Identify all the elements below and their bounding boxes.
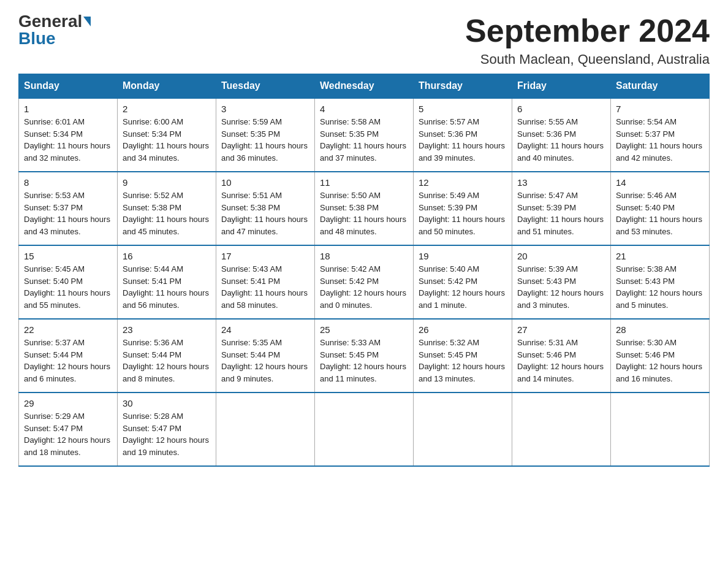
- day-info: Sunrise: 6:01 AMSunset: 5:34 PMDaylight:…: [24, 116, 112, 164]
- day-number: 28: [616, 324, 704, 335]
- day-info: Sunrise: 5:58 AMSunset: 5:35 PMDaylight:…: [320, 116, 408, 164]
- day-number: 7: [616, 104, 704, 114]
- page-header: General Blue September 2024 South Maclea…: [18, 12, 710, 67]
- calendar-cell: 12 Sunrise: 5:49 AMSunset: 5:39 PMDaylig…: [414, 172, 512, 245]
- day-info: Sunrise: 5:32 AMSunset: 5:45 PMDaylight:…: [419, 337, 507, 385]
- header-tuesday: Tuesday: [216, 74, 315, 99]
- day-number: 26: [419, 324, 507, 335]
- day-info: Sunrise: 5:39 AMSunset: 5:43 PMDaylight:…: [517, 263, 605, 311]
- day-info: Sunrise: 5:55 AMSunset: 5:36 PMDaylight:…: [517, 116, 605, 164]
- calendar-title: September 2024: [465, 12, 710, 49]
- day-number: 3: [221, 104, 309, 114]
- day-number: 5: [419, 104, 507, 114]
- day-number: 18: [320, 251, 408, 261]
- calendar-cell: 10 Sunrise: 5:51 AMSunset: 5:38 PMDaylig…: [216, 172, 315, 245]
- day-info: Sunrise: 5:44 AMSunset: 5:41 PMDaylight:…: [123, 263, 211, 311]
- day-number: 1: [24, 104, 112, 114]
- day-number: 27: [517, 324, 605, 335]
- day-info: Sunrise: 5:52 AMSunset: 5:38 PMDaylight:…: [123, 190, 211, 237]
- day-info: Sunrise: 5:36 AMSunset: 5:44 PMDaylight:…: [123, 337, 211, 385]
- calendar-subtitle: South Maclean, Queensland, Australia: [465, 52, 710, 67]
- calendar-cell: 26 Sunrise: 5:32 AMSunset: 5:45 PMDaylig…: [414, 319, 512, 393]
- calendar-cell: 21 Sunrise: 5:38 AMSunset: 5:43 PMDaylig…: [611, 245, 710, 319]
- day-number: 29: [24, 398, 112, 408]
- calendar-cell: 19 Sunrise: 5:40 AMSunset: 5:42 PMDaylig…: [414, 245, 512, 319]
- header-saturday: Saturday: [611, 74, 710, 99]
- day-info: Sunrise: 5:40 AMSunset: 5:42 PMDaylight:…: [419, 263, 507, 311]
- day-number: 25: [320, 324, 408, 335]
- calendar-cell: 1 Sunrise: 6:01 AMSunset: 5:34 PMDayligh…: [19, 98, 118, 172]
- week-row-5: 29 Sunrise: 5:29 AMSunset: 5:47 PMDaylig…: [19, 393, 710, 466]
- logo-text-blue: Blue: [18, 29, 56, 48]
- calendar-cell: 8 Sunrise: 5:53 AMSunset: 5:37 PMDayligh…: [19, 172, 118, 245]
- calendar-cell: 17 Sunrise: 5:43 AMSunset: 5:41 PMDaylig…: [216, 245, 315, 319]
- calendar-cell: [216, 393, 315, 466]
- day-number: 20: [517, 251, 605, 261]
- day-info: Sunrise: 5:31 AMSunset: 5:46 PMDaylight:…: [517, 337, 605, 385]
- header-thursday: Thursday: [414, 74, 512, 99]
- calendar-cell: 20 Sunrise: 5:39 AMSunset: 5:43 PMDaylig…: [512, 245, 611, 319]
- calendar-cell: 4 Sunrise: 5:58 AMSunset: 5:35 PMDayligh…: [315, 98, 414, 172]
- day-number: 8: [24, 177, 112, 188]
- week-row-4: 22 Sunrise: 5:37 AMSunset: 5:44 PMDaylig…: [19, 319, 710, 393]
- calendar-cell: 5 Sunrise: 5:57 AMSunset: 5:36 PMDayligh…: [414, 98, 512, 172]
- calendar-cell: 14 Sunrise: 5:46 AMSunset: 5:40 PMDaylig…: [611, 172, 710, 245]
- calendar-cell: 28 Sunrise: 5:30 AMSunset: 5:46 PMDaylig…: [611, 319, 710, 393]
- calendar-cell: [512, 393, 611, 466]
- header-wednesday: Wednesday: [315, 74, 414, 99]
- calendar-cell: 11 Sunrise: 5:50 AMSunset: 5:38 PMDaylig…: [315, 172, 414, 245]
- day-info: Sunrise: 5:42 AMSunset: 5:42 PMDaylight:…: [320, 263, 408, 311]
- calendar-cell: 25 Sunrise: 5:33 AMSunset: 5:45 PMDaylig…: [315, 319, 414, 393]
- day-number: 21: [616, 251, 704, 261]
- day-number: 15: [24, 251, 112, 261]
- day-info: Sunrise: 5:35 AMSunset: 5:44 PMDaylight:…: [221, 337, 309, 385]
- days-header-row: Sunday Monday Tuesday Wednesday Thursday…: [19, 74, 710, 99]
- header-sunday: Sunday: [19, 74, 118, 99]
- day-info: Sunrise: 5:59 AMSunset: 5:35 PMDaylight:…: [221, 116, 309, 164]
- day-info: Sunrise: 5:28 AMSunset: 5:47 PMDaylight:…: [123, 410, 211, 458]
- calendar-cell: 27 Sunrise: 5:31 AMSunset: 5:46 PMDaylig…: [512, 319, 611, 393]
- calendar-cell: 6 Sunrise: 5:55 AMSunset: 5:36 PMDayligh…: [512, 98, 611, 172]
- day-number: 2: [123, 104, 211, 114]
- day-number: 17: [221, 251, 309, 261]
- day-number: 30: [123, 398, 211, 408]
- calendar-cell: 16 Sunrise: 5:44 AMSunset: 5:41 PMDaylig…: [118, 245, 216, 319]
- calendar-cell: 3 Sunrise: 5:59 AMSunset: 5:35 PMDayligh…: [216, 98, 315, 172]
- calendar-cell: 22 Sunrise: 5:37 AMSunset: 5:44 PMDaylig…: [19, 319, 118, 393]
- calendar-cell: 18 Sunrise: 5:42 AMSunset: 5:42 PMDaylig…: [315, 245, 414, 319]
- day-info: Sunrise: 6:00 AMSunset: 5:34 PMDaylight:…: [123, 116, 211, 164]
- calendar-cell: [414, 393, 512, 466]
- day-number: 9: [123, 177, 211, 188]
- week-row-3: 15 Sunrise: 5:45 AMSunset: 5:40 PMDaylig…: [19, 245, 710, 319]
- calendar-cell: 30 Sunrise: 5:28 AMSunset: 5:47 PMDaylig…: [118, 393, 216, 466]
- calendar-cell: 29 Sunrise: 5:29 AMSunset: 5:47 PMDaylig…: [19, 393, 118, 466]
- week-row-2: 8 Sunrise: 5:53 AMSunset: 5:37 PMDayligh…: [19, 172, 710, 245]
- calendar-cell: [611, 393, 710, 466]
- calendar-cell: 2 Sunrise: 6:00 AMSunset: 5:34 PMDayligh…: [118, 98, 216, 172]
- day-number: 19: [419, 251, 507, 261]
- day-info: Sunrise: 5:37 AMSunset: 5:44 PMDaylight:…: [24, 337, 112, 385]
- calendar-cell: 23 Sunrise: 5:36 AMSunset: 5:44 PMDaylig…: [118, 319, 216, 393]
- calendar-table: Sunday Monday Tuesday Wednesday Thursday…: [18, 74, 710, 467]
- day-info: Sunrise: 5:53 AMSunset: 5:37 PMDaylight:…: [24, 190, 112, 237]
- header-monday: Monday: [118, 74, 216, 99]
- day-info: Sunrise: 5:50 AMSunset: 5:38 PMDaylight:…: [320, 190, 408, 237]
- calendar-cell: 13 Sunrise: 5:47 AMSunset: 5:39 PMDaylig…: [512, 172, 611, 245]
- day-info: Sunrise: 5:43 AMSunset: 5:41 PMDaylight:…: [221, 263, 309, 311]
- day-number: 12: [419, 177, 507, 188]
- logo-arrow-icon: [83, 17, 91, 26]
- calendar-cell: [315, 393, 414, 466]
- day-info: Sunrise: 5:51 AMSunset: 5:38 PMDaylight:…: [221, 190, 309, 237]
- calendar-cell: 24 Sunrise: 5:35 AMSunset: 5:44 PMDaylig…: [216, 319, 315, 393]
- calendar-cell: 9 Sunrise: 5:52 AMSunset: 5:38 PMDayligh…: [118, 172, 216, 245]
- calendar-cell: 15 Sunrise: 5:45 AMSunset: 5:40 PMDaylig…: [19, 245, 118, 319]
- day-number: 4: [320, 104, 408, 114]
- day-info: Sunrise: 5:29 AMSunset: 5:47 PMDaylight:…: [24, 410, 112, 458]
- title-section: September 2024 South Maclean, Queensland…: [465, 12, 710, 67]
- day-number: 23: [123, 324, 211, 335]
- day-number: 16: [123, 251, 211, 261]
- header-friday: Friday: [512, 74, 611, 99]
- day-number: 14: [616, 177, 704, 188]
- day-info: Sunrise: 5:47 AMSunset: 5:39 PMDaylight:…: [517, 190, 605, 237]
- day-info: Sunrise: 5:54 AMSunset: 5:37 PMDaylight:…: [616, 116, 704, 164]
